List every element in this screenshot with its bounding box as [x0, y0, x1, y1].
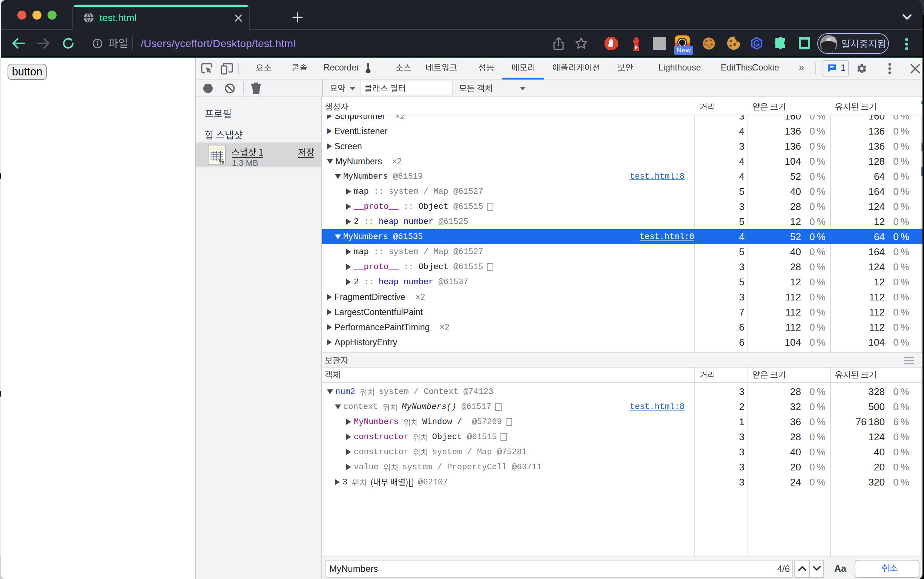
svg-text:%: %	[219, 158, 224, 165]
